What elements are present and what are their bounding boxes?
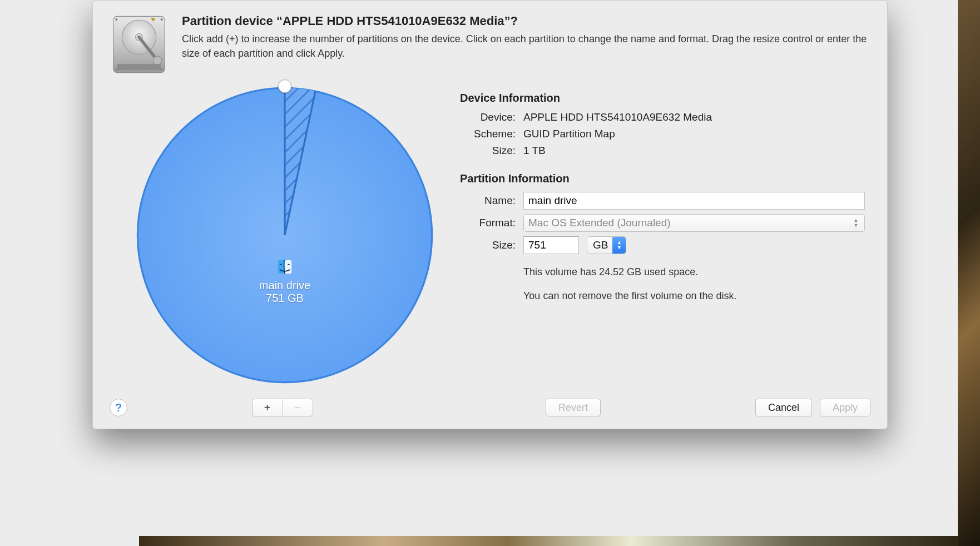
add-remove-segment: + − (252, 399, 313, 416)
svg-point-4 (115, 18, 117, 21)
sheet-footer: ? + − Revert Cancel Apply (93, 389, 887, 429)
device-value: APPLE HDD HTS541010A9E632 Media (523, 111, 865, 123)
name-field[interactable] (523, 192, 865, 210)
device-label: Device: (460, 111, 516, 123)
remove-partition-button: − (283, 399, 313, 416)
svg-point-6 (115, 68, 117, 71)
name-label: Name: (460, 195, 516, 207)
chevron-updown-icon: ▲▼ (612, 237, 626, 254)
pie-partition-label: main drive 751 GB (135, 259, 435, 305)
apply-button: Apply (820, 399, 870, 416)
devsize-value: 1 TB (523, 145, 865, 157)
format-label: Format: (460, 217, 516, 229)
add-partition-button[interactable]: + (253, 399, 283, 416)
help-button[interactable]: ? (110, 399, 127, 416)
format-value: Mac OS Extended (Journaled) (528, 217, 671, 229)
remove-restriction-note: You can not remove the first volume on t… (523, 290, 865, 302)
partition-sheet: Partition device “APPLE HDD HTS541010A9E… (92, 0, 888, 429)
device-info-heading: Device Information (460, 92, 865, 105)
chevron-updown-icon: ▲▼ (851, 217, 861, 229)
sheet-header: Partition device “APPLE HDD HTS541010A9E… (93, 1, 887, 75)
scheme-value: GUID Partition Map (523, 128, 865, 140)
hard-drive-icon (108, 14, 170, 75)
size-unit-select[interactable]: GB ▲▼ (587, 236, 626, 254)
volume-icon (277, 259, 293, 277)
sheet-subtitle: Click add (+) to increase the number of … (182, 32, 870, 61)
svg-point-7 (161, 68, 163, 71)
sheet-title: Partition device “APPLE HDD HTS541010A9E… (182, 14, 870, 28)
partition-pie[interactable]: main drive 751 GB (126, 81, 443, 385)
svg-point-5 (161, 18, 163, 21)
size-unit-value: GB (593, 239, 608, 251)
format-select[interactable]: Mac OS Extended (Journaled) ▲▼ (523, 214, 865, 232)
partition-info-heading: Partition Information (460, 172, 865, 185)
used-space-note: This volume has 24.52 GB used space. (523, 266, 865, 278)
svg-point-2 (153, 56, 161, 64)
partsize-label: Size: (460, 239, 516, 251)
resize-handle[interactable] (278, 80, 291, 93)
devsize-label: Size: (460, 145, 516, 157)
cancel-button[interactable]: Cancel (755, 399, 812, 416)
size-field[interactable] (523, 236, 579, 254)
scheme-label: Scheme: (460, 128, 516, 140)
revert-button: Revert (546, 399, 601, 416)
svg-rect-3 (117, 64, 161, 70)
